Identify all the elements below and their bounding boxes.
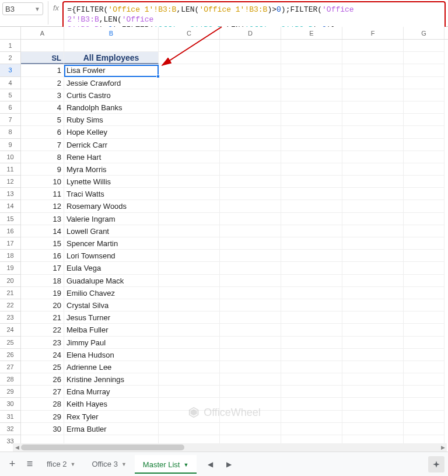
cell[interactable] xyxy=(404,299,444,312)
cell[interactable] xyxy=(342,213,404,225)
cell[interactable] xyxy=(404,139,444,151)
cell[interactable] xyxy=(404,411,444,423)
cell-A[interactable]: 29 xyxy=(21,411,64,423)
cell-B[interactable]: Jesus Turner xyxy=(64,312,159,324)
scrollbar-thumb[interactable] xyxy=(21,444,184,450)
tabs-scroll-left-button[interactable]: ◀ xyxy=(201,456,219,473)
row-head[interactable]: 25 xyxy=(0,337,21,349)
cell[interactable] xyxy=(281,324,342,336)
cell[interactable] xyxy=(404,64,444,76)
row-head[interactable]: 31 xyxy=(0,411,21,423)
cell[interactable] xyxy=(342,126,404,138)
cell[interactable] xyxy=(342,225,404,237)
cell-A[interactable]: 19 xyxy=(21,287,64,299)
row-head[interactable]: 3 xyxy=(0,64,21,76)
cell[interactable] xyxy=(159,139,220,151)
cell-A[interactable]: 20 xyxy=(21,299,64,312)
cell-A[interactable]: 22 xyxy=(21,324,64,336)
cell-A[interactable]: 10 xyxy=(21,176,64,188)
row-head[interactable]: 8 xyxy=(0,126,21,138)
cell[interactable] xyxy=(404,89,444,102)
select-all-corner[interactable] xyxy=(0,27,21,39)
cell-A[interactable]: 6 xyxy=(21,126,64,138)
cell[interactable] xyxy=(220,139,281,151)
cell[interactable] xyxy=(404,275,444,287)
cell-A[interactable]: 27 xyxy=(21,386,64,398)
cell-B[interactable] xyxy=(64,40,159,52)
cell[interactable] xyxy=(404,386,444,398)
chevron-down-icon[interactable]: ▼ xyxy=(183,462,188,468)
cell[interactable] xyxy=(342,299,404,312)
cell-B[interactable]: Lowell Grant xyxy=(64,225,159,237)
row-head[interactable]: 18 xyxy=(0,250,21,262)
cell-A[interactable]: 17 xyxy=(21,262,64,274)
cell-A[interactable]: 24 xyxy=(21,349,64,361)
cell-A[interactable]: 13 xyxy=(21,213,64,225)
cell[interactable] xyxy=(342,89,404,102)
cell-B[interactable]: Crystal Silva xyxy=(64,299,159,312)
cell-B[interactable]: Elena Hudson xyxy=(64,349,159,361)
row-head[interactable]: 1 xyxy=(0,40,21,52)
cell-B[interactable]: Curtis Castro xyxy=(64,89,159,102)
cell[interactable] xyxy=(159,114,220,126)
cell[interactable] xyxy=(159,337,220,349)
row-head[interactable]: 6 xyxy=(0,102,21,114)
cell[interactable] xyxy=(159,200,220,212)
row-head[interactable]: 2 xyxy=(0,52,21,64)
cell[interactable] xyxy=(342,262,404,274)
cell[interactable] xyxy=(220,299,281,312)
cell[interactable] xyxy=(342,411,404,423)
cell-A[interactable]: 30 xyxy=(21,423,64,435)
cell-A[interactable]: 9 xyxy=(21,163,64,176)
cell[interactable] xyxy=(159,77,220,89)
row-head[interactable]: 5 xyxy=(0,89,21,102)
cell-B[interactable]: Spencer Martin xyxy=(64,237,159,250)
cell[interactable] xyxy=(159,324,220,336)
col-head-D[interactable]: D xyxy=(220,27,281,39)
cell[interactable] xyxy=(281,312,342,324)
cell-A[interactable]: 14 xyxy=(21,225,64,237)
cell[interactable] xyxy=(404,423,444,435)
cell[interactable] xyxy=(404,114,444,126)
row-head[interactable]: 12 xyxy=(0,176,21,188)
cell-B[interactable]: Randolph Banks xyxy=(64,102,159,114)
row-head[interactable]: 20 xyxy=(0,275,21,287)
cell-A[interactable]: 23 xyxy=(21,337,64,349)
cell-B[interactable]: Erma Butler xyxy=(64,423,159,435)
cell[interactable] xyxy=(281,262,342,274)
cell[interactable] xyxy=(342,237,404,250)
cell[interactable] xyxy=(220,213,281,225)
cell[interactable] xyxy=(404,337,444,349)
cell[interactable] xyxy=(342,151,404,163)
cell[interactable] xyxy=(220,77,281,89)
cell[interactable] xyxy=(159,225,220,237)
cell[interactable] xyxy=(281,386,342,398)
cell[interactable] xyxy=(159,176,220,188)
cell-B[interactable]: Jessie Crawford xyxy=(64,77,159,89)
col-head-A[interactable]: A xyxy=(21,27,64,39)
cell[interactable] xyxy=(404,102,444,114)
cell[interactable] xyxy=(159,373,220,386)
cell[interactable] xyxy=(281,151,342,163)
cell[interactable] xyxy=(281,213,342,225)
explore-button[interactable] xyxy=(428,456,444,473)
cell[interactable] xyxy=(281,373,342,386)
cell[interactable] xyxy=(220,337,281,349)
cell[interactable] xyxy=(404,126,444,138)
cell-B[interactable]: Emilio Chavez xyxy=(64,287,159,299)
cell[interactable] xyxy=(404,225,444,237)
cell[interactable] xyxy=(220,373,281,386)
cell[interactable] xyxy=(404,176,444,188)
cell-B[interactable]: Jimmy Paul xyxy=(64,337,159,349)
col-head-G[interactable]: G xyxy=(404,27,444,39)
cell[interactable] xyxy=(281,102,342,114)
cell-B[interactable]: Keith Hayes xyxy=(64,398,159,410)
cell[interactable] xyxy=(159,262,220,274)
cell[interactable] xyxy=(159,213,220,225)
row-head[interactable]: 11 xyxy=(0,163,21,176)
cell[interactable] xyxy=(281,349,342,361)
row-head[interactable]: 15 xyxy=(0,213,21,225)
row-head[interactable]: 19 xyxy=(0,262,21,274)
cell[interactable] xyxy=(220,262,281,274)
cell[interactable] xyxy=(281,163,342,176)
